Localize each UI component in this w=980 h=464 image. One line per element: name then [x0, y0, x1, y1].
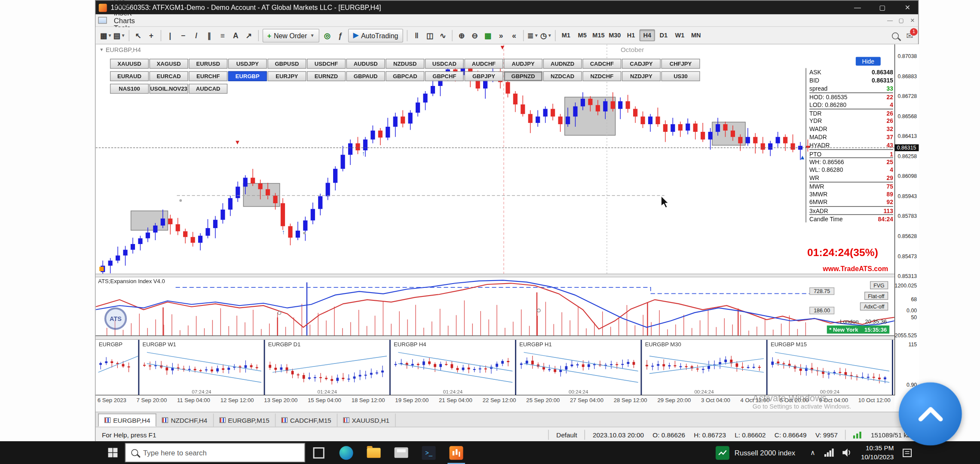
child-close-button[interactable]: ✕: [907, 17, 918, 24]
network-icon[interactable]: [824, 449, 834, 457]
line-chart-icon[interactable]: ∿: [436, 29, 450, 42]
symbol-button-cadjpy[interactable]: CADJPY: [622, 59, 661, 69]
indicators-icon[interactable]: ◎: [321, 29, 334, 42]
edge-icon[interactable]: [333, 441, 360, 464]
symbol-button-gbpchf[interactable]: GBPCHF: [425, 71, 464, 81]
timeframe-h4[interactable]: H4: [640, 29, 655, 41]
search-icon[interactable]: [892, 32, 899, 39]
candlestick-chart-icon[interactable]: ◫: [423, 29, 437, 42]
maximize-button[interactable]: ▢: [872, 0, 893, 14]
auto-scroll-icon[interactable]: »: [494, 29, 508, 42]
symbol-button-nzdjpy[interactable]: NZDJPY: [622, 71, 661, 81]
status-profile[interactable]: Default: [548, 430, 585, 440]
chart-tab-xauusd-h1[interactable]: XAUUSD,H1: [337, 414, 395, 427]
timeframe-h1[interactable]: H1: [623, 29, 639, 41]
symbol-button-gbpaud[interactable]: GBPAUD: [346, 71, 385, 81]
splitter[interactable]: [95, 336, 894, 340]
symbol-button-usdcad[interactable]: USDCAD: [425, 59, 464, 69]
chart-tab-cadchf-m15[interactable]: CADCHF,M15: [276, 414, 337, 427]
symbol-button-gbpjpy[interactable]: GBPJPY: [464, 71, 503, 81]
symbol-button-eurchf[interactable]: EURCHF: [189, 71, 227, 81]
timeframe-w1[interactable]: W1: [672, 29, 687, 41]
timeframe-mn[interactable]: MN: [688, 29, 704, 41]
symbol-button-gbpnzd[interactable]: GBPNZD: [504, 71, 542, 81]
timeframe-m30[interactable]: M30: [607, 29, 622, 41]
symbol-button-cadchf[interactable]: CADCHF: [582, 59, 621, 69]
mini-chart-eurgbp-w1[interactable]: EURGBP W107:24:24: [139, 340, 265, 395]
hide-button[interactable]: Hide: [856, 57, 881, 65]
indicator-panel[interactable]: ATS;Expansion Index V4.0 ATS 728.75 186.…: [95, 278, 894, 336]
minimize-button[interactable]: —: [847, 0, 868, 14]
periods-icon[interactable]: ◷▼: [539, 29, 553, 42]
timeframe-m5[interactable]: M5: [574, 29, 590, 41]
symbol-button-eurnzd[interactable]: EURNZD: [307, 71, 346, 81]
taskbar-search[interactable]: Type here to search: [125, 443, 305, 462]
chart-collapse-icon[interactable]: ▼: [99, 48, 104, 52]
channel-icon[interactable]: ∥: [203, 29, 216, 42]
symbol-button-chfjpy[interactable]: CHFJPY: [661, 59, 700, 69]
printer-icon[interactable]: [388, 441, 415, 464]
chart-tab-nzdchf-h4[interactable]: NZDCHF,H4: [156, 414, 214, 427]
volume-icon[interactable]: [843, 449, 852, 457]
notifications-icon[interactable]: ✉1: [906, 31, 913, 40]
chart-shift-icon[interactable]: «: [508, 29, 521, 42]
symbol-button-audchf[interactable]: AUDCHF: [464, 59, 503, 69]
fibonacci-icon[interactable]: ≡: [216, 29, 229, 42]
cursor-icon[interactable]: ↖: [132, 29, 145, 42]
symbol-button-gbpcad[interactable]: GBPCAD: [386, 71, 424, 81]
symbol-button-eurgbp[interactable]: EURGBP: [228, 71, 267, 81]
mini-chart-eurgbp[interactable]: EURGBP: [95, 340, 139, 395]
mini-chart-eurgbp-h4[interactable]: EURGBP H401:24:24: [391, 340, 516, 395]
indicator-button-adxc-off[interactable]: AdxC-off: [860, 302, 888, 311]
mt4-taskbar-icon[interactable]: [443, 441, 470, 464]
trendline-icon[interactable]: /: [190, 29, 203, 42]
symbol-button-eurcad[interactable]: EURCAD: [150, 71, 188, 81]
symbol-button-nzdchf[interactable]: NZDCHF: [582, 71, 621, 81]
crosshair-icon[interactable]: +: [145, 29, 158, 42]
symbol-button-eurusd[interactable]: EURUSD: [189, 59, 227, 69]
symbol-button-usdjpy[interactable]: USDJPY: [228, 59, 267, 69]
mini-chart-eurgbp-d1[interactable]: EURGBP D101:24:24: [265, 340, 391, 395]
menu-view[interactable]: View: [109, 2, 144, 9]
clock[interactable]: 10:35 PM 10/10/2023: [861, 444, 894, 461]
chart-tab-eurgbp-m15[interactable]: EURGBP,M15: [214, 414, 276, 427]
mini-chart-eurgbp-m30[interactable]: EURGBP M3000:24:24: [642, 340, 767, 395]
new-chart-icon[interactable]: ▦▼: [99, 29, 113, 42]
indicators-list-icon[interactable]: ≣▼: [527, 29, 540, 42]
symbol-button-euraud[interactable]: EURAUD: [110, 71, 149, 81]
tray-chevron-icon[interactable]: ∧: [810, 449, 815, 457]
symbol-button-nzdusd[interactable]: NZDUSD: [386, 59, 424, 69]
child-minimize-button[interactable]: —: [885, 17, 896, 24]
expert-advisors-icon[interactable]: ƒ: [334, 29, 347, 42]
timeframe-m15[interactable]: M15: [591, 29, 606, 41]
new-order-button[interactable]: +New Order▼: [262, 28, 319, 42]
tile-windows-icon[interactable]: ▦: [481, 29, 495, 42]
task-view-button[interactable]: [305, 441, 333, 464]
symbol-button-nzdcad[interactable]: NZDCAD: [543, 71, 582, 81]
timeframe-d1[interactable]: D1: [656, 29, 671, 41]
close-button[interactable]: ✕: [897, 0, 918, 14]
symbol-button-audjpy[interactable]: AUDJPY: [504, 59, 542, 69]
zoom-in-icon[interactable]: ⊕: [455, 29, 469, 42]
scroll-top-fab[interactable]: [899, 382, 962, 446]
child-restore-button[interactable]: ▢: [896, 17, 907, 24]
symbol-button-us30[interactable]: US30: [661, 71, 700, 81]
profiles-icon[interactable]: ▤▼: [113, 29, 126, 42]
horizontal-line-icon[interactable]: −: [177, 29, 190, 42]
mini-chart-eurgbp-h1[interactable]: EURGBP H100:24:24: [516, 340, 642, 395]
symbol-button-usoil.nov23[interactable]: USOIL.NOV23: [150, 84, 188, 94]
text-icon[interactable]: A: [229, 29, 242, 42]
chart-tab-eurgbp-h4[interactable]: EURGBP,H4: [98, 414, 156, 427]
start-button[interactable]: [100, 441, 125, 464]
menu-insert[interactable]: Insert: [109, 9, 144, 16]
mini-chart-eurgbp-m15[interactable]: EURGBP M1500:09:24: [768, 340, 893, 395]
terminal-icon[interactable]: >_: [415, 441, 443, 464]
symbol-button-gbpusd[interactable]: GBPUSD: [267, 59, 306, 69]
indicator-button-flat-off[interactable]: Flat-off: [864, 292, 888, 300]
symbol-button-eurjpy[interactable]: EURJPY: [267, 71, 306, 81]
symbol-button-audusd[interactable]: AUDUSD: [346, 59, 385, 69]
news-ticker[interactable]: Russell 2000 index: [716, 446, 795, 460]
arrows-tool-icon[interactable]: ↗: [242, 29, 256, 42]
splitter[interactable]: [95, 274, 894, 278]
zoom-out-icon[interactable]: ⊖: [468, 29, 481, 42]
